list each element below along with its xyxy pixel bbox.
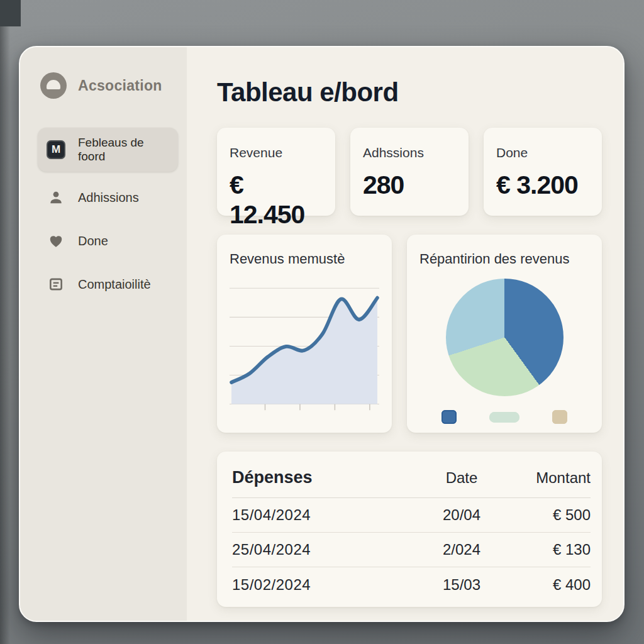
table-row: 25/04/2024 2/024 € 130 [232,533,591,567]
sidebar-item-label: Done [78,234,108,248]
stat-value: 280 [363,170,456,200]
pie-chart-wrap [419,267,589,424]
brand: Acsociation [38,72,178,99]
sidebar-item-donations[interactable]: Done [38,223,178,258]
stat-label: Revenue [230,145,323,160]
line-chart-card: Revenus memustè [217,235,392,433]
stat-card-members: Adhssions 280 [350,128,469,216]
stat-value: € 12.450 [230,170,323,230]
sidebar-item-dashboard[interactable]: M Febleaus de foord [38,128,178,172]
person-icon [47,188,65,207]
line-chart-title: Revenus memustè [230,251,379,267]
legend-swatch-3 [552,410,567,424]
cell-label: 25/04/2024 [232,541,414,558]
stat-card-donations: Done € 3.200 [484,128,602,216]
cell-date: 15/03 [414,576,509,594]
table-row: 15/02/2024 15/03 € 400 [232,567,591,602]
page-title: Tableau e/bord [217,77,602,108]
stat-label: Done [496,145,589,160]
sidebar-item-label: Comptaioilitè [78,277,151,292]
cell-amount: € 130 [509,541,591,558]
sidebar: Acsociation M Febleaus de foord Adhissio… [20,47,187,621]
sidebar-item-accounting[interactable]: Comptaioilitè [38,267,178,302]
table-title: Dépenses [232,468,414,487]
stats-row: Revenue € 12.450 Adhssions 280 Done € 3.… [217,128,602,216]
cell-date: 20/04 [414,506,509,524]
sidebar-item-label: Febleaus de foord [78,136,169,164]
stat-value: € 3.200 [496,170,589,200]
column-header-date: Date [414,469,509,487]
pie-chart-card: Répantirion des revenus [407,235,602,433]
sidebar-item-label: Adhissions [78,191,139,205]
document-icon [47,275,65,294]
main-content: Tableau e/bord Revenue € 12.450 Adhssion… [187,47,625,621]
column-header-amount: Montant [509,469,591,487]
sidebar-item-members[interactable]: Adhissions [38,180,178,215]
legend-swatch-2 [489,412,519,423]
cell-amount: € 400 [509,576,591,594]
cell-amount: € 500 [509,506,591,524]
brand-label: Acsociation [78,77,162,94]
stat-card-revenue: Revenue € 12.450 [217,128,335,216]
cell-label: 15/04/2024 [232,506,414,524]
corner-artifact [0,0,21,26]
pie-legend [441,410,567,424]
expenses-table-card: Dépenses Date Montant 15/04/2024 20/04 €… [217,452,602,607]
person-circle-icon [40,72,67,99]
heart-icon [47,231,65,250]
app-window: Acsociation M Febleaus de foord Adhissio… [19,46,625,622]
line-chart [230,276,379,418]
pie-chart [446,279,564,396]
mail-badge-icon: M [47,140,65,159]
cell-label: 15/02/2024 [232,576,414,594]
cell-date: 2/024 [414,541,509,558]
table-header: Dépenses Date Montant [232,468,591,498]
pie-chart-title: Répantirion des revenus [419,251,589,267]
stat-label: Adhssions [363,145,456,160]
charts-row: Revenus memustè Répantirion des revenus [217,235,602,433]
background-left-shade [0,0,10,644]
legend-swatch-1 [441,410,457,424]
table-row: 15/04/2024 20/04 € 500 [232,498,591,533]
